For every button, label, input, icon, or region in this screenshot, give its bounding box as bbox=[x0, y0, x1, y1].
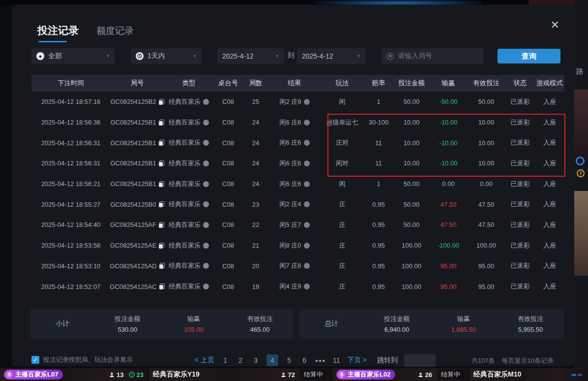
bet-time: 2025-04-12 18:57:16 bbox=[41, 98, 101, 105]
tab-quota-records[interactable]: 额度记录 bbox=[96, 25, 134, 37]
table-row[interactable]: 2025-04-12 18:55:27 GC08254125B0 经典百家乐 C… bbox=[31, 194, 564, 215]
settling-status: 结算中 bbox=[300, 370, 327, 380]
page-number[interactable]: 4 bbox=[266, 354, 278, 366]
copy-icon[interactable] bbox=[159, 201, 164, 207]
odds-value: 0.95 bbox=[372, 283, 384, 290]
total-group-label: 投注金额 bbox=[363, 315, 430, 323]
table-number: C08 bbox=[222, 180, 234, 188]
round-id: GC08254125B1 bbox=[110, 180, 156, 188]
stream-tile[interactable]: 经典百家乐M10 经典百家乐M10 bbox=[470, 368, 588, 381]
bet-time: 2025-04-12 18:55:27 bbox=[41, 201, 101, 208]
result-info-icon[interactable] bbox=[304, 160, 310, 166]
page-number[interactable]: 1 bbox=[221, 356, 230, 364]
subtotal-group: 投注金额 530.00 bbox=[94, 315, 161, 333]
table-row[interactable]: 2025-04-12 18:54:40 GC08254125AF 经典百家乐 C… bbox=[31, 215, 564, 235]
person-icon bbox=[418, 372, 423, 378]
copy-icon[interactable] bbox=[159, 222, 164, 228]
game-type: 经典百家乐 bbox=[169, 138, 201, 147]
table-number: C08 bbox=[222, 242, 234, 249]
result-info-icon[interactable] bbox=[304, 120, 310, 126]
table-row[interactable]: 2025-04-12 18:56:21 GC08254125B1 经典百家乐 C… bbox=[31, 174, 564, 194]
copy-icon[interactable] bbox=[159, 140, 164, 146]
table-row[interactable]: 2025-04-12 18:56:31 GC08254125B1 经典百家乐 C… bbox=[31, 132, 564, 153]
merge-checkbox[interactable]: ✓ bbox=[31, 356, 39, 364]
subtotal-group: 输赢 105.00 bbox=[161, 315, 227, 333]
round-number-input[interactable]: 局 请输入局号 bbox=[382, 48, 484, 64]
date-from-picker[interactable]: 2025-4-12 ▼ bbox=[217, 48, 284, 64]
bet-amount: 10.00 bbox=[404, 119, 420, 126]
date-from-value: 2025-4-12 bbox=[222, 52, 254, 60]
page-number-last[interactable]: 11 bbox=[332, 356, 341, 364]
page-number[interactable]: 3 bbox=[251, 356, 260, 364]
copy-icon[interactable] bbox=[159, 99, 164, 105]
table-row[interactable]: 2025-04-12 18:56:36 GC08254125B1 经典百家乐 C… bbox=[31, 112, 564, 133]
total-group-value: 6,940.00 bbox=[363, 326, 430, 333]
bet-time: 2025-04-12 18:54:40 bbox=[41, 221, 101, 228]
mic-icon bbox=[6, 371, 13, 378]
valid-bet-amount: 10.00 bbox=[478, 139, 495, 147]
game-type-select[interactable]: ♠ 全部 ▼ bbox=[31, 48, 115, 64]
result-info-icon[interactable] bbox=[304, 263, 310, 269]
subtotal-group-label: 有效投注 bbox=[227, 315, 293, 323]
round-id: GC08254125B1 bbox=[110, 119, 156, 126]
table-number: C08 bbox=[222, 201, 234, 208]
copy-icon[interactable] bbox=[159, 181, 164, 187]
stream-tile[interactable]: 主播百家乐L07 主播百家乐L07 13 23 bbox=[0, 368, 147, 381]
game-type: 经典百家乐 bbox=[169, 159, 201, 168]
stream-tile[interactable]: 主播百家乐L02 主播百家乐L02 26 结算中 bbox=[332, 368, 468, 381]
result-info-icon[interactable] bbox=[304, 243, 310, 249]
spade-icon: ♠ bbox=[36, 52, 44, 60]
odds-value: 0.95 bbox=[372, 242, 384, 249]
jump-page-input[interactable] bbox=[404, 354, 436, 367]
valid-bet-amount: 10.00 bbox=[478, 119, 495, 126]
settling-status: 结算中 bbox=[437, 370, 464, 380]
stream-tile[interactable]: 经典百家乐Y19 经典百家乐Y19 72 结算中 bbox=[149, 368, 331, 381]
page-number[interactable]: 6 bbox=[300, 356, 309, 364]
table-row[interactable]: 2025-04-12 18:53:10 GC08254125AD 经典百家乐 C… bbox=[31, 256, 564, 277]
roadmap-label: 路 bbox=[576, 67, 584, 76]
result-info-icon[interactable] bbox=[304, 201, 310, 207]
time-range-select[interactable]: 1天内 ▼ bbox=[131, 48, 202, 64]
copy-icon[interactable] bbox=[159, 243, 164, 249]
close-icon[interactable]: ✕ bbox=[551, 20, 559, 31]
copy-icon[interactable] bbox=[159, 120, 164, 126]
next-page-button[interactable]: 下页 > bbox=[347, 356, 367, 365]
date-to-picker[interactable]: 2025-4-12 ▼ bbox=[297, 48, 366, 64]
table-row[interactable]: 2025-04-12 18:57:16 GC08254125B2 经典百家乐 C… bbox=[31, 92, 564, 112]
play-type: 庄 bbox=[339, 241, 346, 250]
subtotal-group-value: 530.00 bbox=[94, 326, 161, 333]
result-info-icon[interactable] bbox=[304, 140, 310, 146]
game-mode-value: 入座 bbox=[543, 159, 556, 168]
screen: 路 7 投注记录 额度记录 ✕ ♠ 全部 ▼ 1天内 ▼ bbox=[0, 0, 588, 381]
page-number[interactable]: 2 bbox=[236, 356, 245, 364]
game-type: 经典百家乐 bbox=[169, 118, 201, 127]
round-id: GC08254125AE bbox=[110, 242, 157, 249]
game-type: 经典百家乐 bbox=[169, 241, 201, 250]
round-input-placeholder: 请输入局号 bbox=[398, 52, 432, 61]
game-type-icon bbox=[203, 284, 209, 289]
pagination-ellipsis[interactable]: ●●● bbox=[315, 358, 325, 363]
game-mode-value: 入座 bbox=[543, 200, 556, 209]
bet-amount: 10.00 bbox=[404, 159, 420, 167]
result-info-icon[interactable] bbox=[304, 181, 310, 187]
round-id: GC08254125B2 bbox=[110, 98, 156, 105]
result-info-icon[interactable] bbox=[304, 99, 310, 105]
tab-bet-records[interactable]: 投注记录 bbox=[37, 24, 79, 42]
prev-page-button[interactable]: < 上页 bbox=[195, 356, 214, 365]
page-number[interactable]: 5 bbox=[285, 356, 294, 364]
shoe-number: 24 bbox=[252, 119, 259, 126]
win-loss-value: 95.00 bbox=[441, 283, 457, 290]
result-info-icon[interactable] bbox=[304, 284, 310, 289]
copy-icon[interactable] bbox=[159, 284, 165, 289]
copy-icon[interactable] bbox=[159, 263, 165, 269]
records-summary-info: 共107条 每页显示10条记录 bbox=[471, 356, 554, 365]
result-info-icon[interactable] bbox=[304, 222, 310, 228]
table-row[interactable]: 2025-04-12 18:52:07 GC08254125AC 经典百家乐 C… bbox=[31, 276, 564, 297]
copy-icon[interactable] bbox=[159, 160, 164, 166]
table-row[interactable]: 2025-04-12 18:56:31 GC08254125B1 经典百家乐 C… bbox=[31, 153, 564, 174]
table-number: C08 bbox=[222, 283, 234, 290]
time-range-value: 1天内 bbox=[147, 52, 165, 61]
query-button[interactable]: 查询 bbox=[498, 49, 560, 64]
table-row[interactable]: 2025-04-12 18:53:58 GC08254125AE 经典百家乐 C… bbox=[31, 235, 564, 256]
game-mode-value: 入座 bbox=[543, 282, 556, 291]
